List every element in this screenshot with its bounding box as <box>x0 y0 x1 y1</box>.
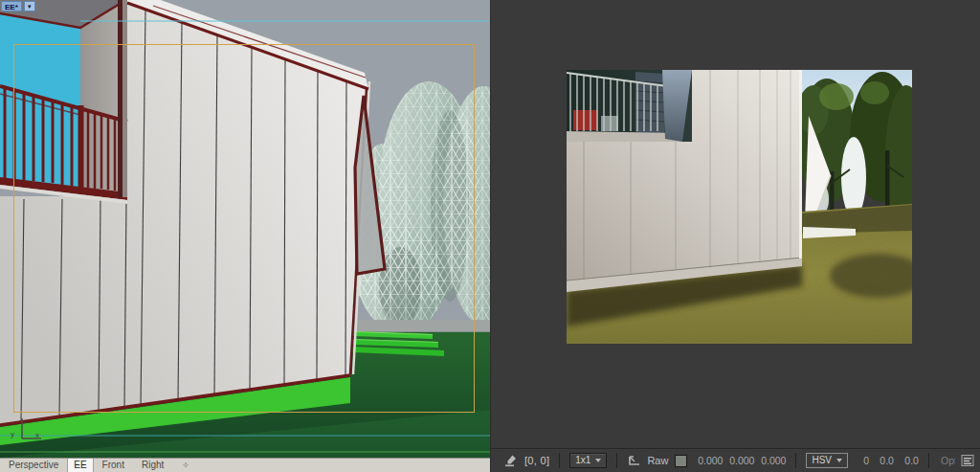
green-steps <box>352 331 444 356</box>
render-panel: [0, 0] 1x1 Raw 0.000 0.000 0.000 HSV 0 0… <box>490 0 980 472</box>
app-window: { "viewport": { "label": "EE*", "tabs": … <box>0 0 980 472</box>
tab-right[interactable]: Right <box>133 459 172 472</box>
sky-cyan <box>0 13 80 188</box>
zoom-dropdown[interactable]: 1x1 <box>569 453 607 468</box>
hsv-s-value: 0.0 <box>869 455 894 466</box>
render-balcony <box>567 70 692 142</box>
viewport-label[interactable]: EE* ▼ <box>1 1 35 11</box>
pixel-probe-icon[interactable] <box>504 454 518 467</box>
viewport-menu-arrow-icon[interactable]: ▼ <box>24 1 35 11</box>
pixel-info-icon[interactable] <box>627 454 641 467</box>
axis-y-label: y <box>11 430 14 438</box>
render-image[interactable] <box>567 70 912 344</box>
raw-r-value: 0.000 <box>691 455 723 466</box>
render-log-icon[interactable] <box>961 454 974 467</box>
denoise-status-text: OptiX denoising took 18 milliseconds in … <box>941 455 955 466</box>
tab-front[interactable]: Front <box>94 459 133 472</box>
raw-g-value: 0.000 <box>723 455 754 466</box>
render-building <box>567 70 802 292</box>
tab-perspective[interactable]: Perspective <box>0 459 67 472</box>
building <box>0 0 385 445</box>
axis-x-label: x <box>35 431 39 439</box>
background-road <box>350 320 490 332</box>
vfb-status-bar: [0, 0] 1x1 Raw 0.000 0.000 0.000 HSV 0 0… <box>491 448 980 472</box>
zoom-value: 1x1 <box>575 455 590 466</box>
color-mode-value: HSV <box>812 455 832 466</box>
separator <box>928 453 929 468</box>
color-mode-dropdown[interactable]: HSV <box>806 453 848 468</box>
raw-b-value: 0.000 <box>754 455 786 466</box>
raw-color-swatch <box>675 455 687 467</box>
tab-ee[interactable]: EE <box>67 459 93 472</box>
balcony <box>0 0 127 204</box>
viewport-tab-bar: Perspective EE Front Right ✧ <box>0 458 490 472</box>
dropdown-arrow-icon <box>836 459 842 462</box>
separator <box>559 453 560 468</box>
hsv-v-value: 0.0 <box>894 455 919 466</box>
separator <box>616 453 617 468</box>
raw-label: Raw <box>647 455 668 466</box>
separator <box>795 453 796 468</box>
tab-gizmo-icon[interactable]: ✧ <box>182 461 189 470</box>
pixel-coordinates: [0, 0] <box>524 455 549 466</box>
viewport-name-chip[interactable]: EE* <box>1 1 22 11</box>
dropdown-arrow-icon <box>595 459 601 462</box>
viewport-panel: EE* ▼ y x Perspective EE Front Right ✧ <box>0 0 490 472</box>
hsv-h-value: 0 <box>856 455 869 466</box>
railing-post <box>78 105 84 191</box>
viewport-canvas[interactable] <box>0 0 490 458</box>
